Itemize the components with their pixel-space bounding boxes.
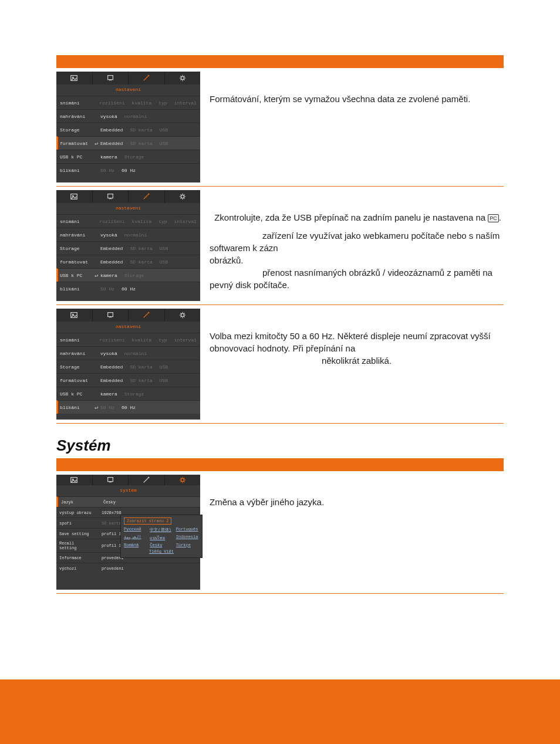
- tab-gear-icon[interactable]: [165, 190, 201, 203]
- para-1b: .: [499, 212, 501, 222]
- page: nastavení snímání rozlišeníkvalitatypint…: [0, 0, 560, 744]
- separator: [56, 305, 504, 305]
- separator: [56, 423, 504, 424]
- tab-strip: [56, 475, 200, 485]
- row-nahravani[interactable]: nahrávání vysokánormální: [56, 109, 200, 123]
- content: nastavení snímání rozlišeníkvalitatypint…: [0, 0, 560, 594]
- row-nahravani[interactable]: nahrávání vysokánormální: [56, 228, 200, 241]
- enter-icon: ↵: [92, 404, 100, 411]
- desc-usb: Zkontrolujte, zda že USB přepínač na zad…: [210, 190, 504, 291]
- tab-tools-icon[interactable]: [129, 72, 165, 84]
- separator: [56, 593, 504, 594]
- popup-title[interactable]: Zobrazit stranu 2: [124, 518, 171, 525]
- svg-point-7: [181, 195, 184, 198]
- tab-gear-icon[interactable]: [165, 309, 201, 322]
- row-format: nastavení snímání rozlišeníkvalitatypint…: [56, 72, 504, 182]
- tab-tools-icon[interactable]: [129, 475, 165, 485]
- row-blikani[interactable]: blikání↵ 50 Hz60 Hz: [56, 400, 200, 414]
- lang-option[interactable]: Türkçe: [176, 543, 199, 547]
- para-2: zařízení lze využívat jako webkameru poč…: [210, 229, 504, 254]
- lang-option[interactable]: Română: [124, 543, 147, 547]
- row-blikani[interactable]: blikání 50 Hz60 Hz: [56, 282, 200, 295]
- row-save[interactable]: Save setting profil 1profil 2 Zobrazit s…: [56, 528, 200, 539]
- lang-option[interactable]: Tiếng Việt: [149, 549, 174, 554]
- lang-option[interactable]: 中文(简体): [150, 527, 173, 533]
- orange-separator: [56, 55, 504, 68]
- menu-title: systém: [56, 485, 200, 496]
- tab-gear-icon[interactable]: [165, 475, 201, 485]
- row-storage[interactable]: Storage EmbeddedSD kartaUSB: [56, 123, 200, 136]
- tab-present-icon[interactable]: [93, 309, 129, 322]
- tab-tools-icon[interactable]: [129, 309, 165, 322]
- para-1a: Zkontrolujte, zda že USB přepínač na zad…: [214, 212, 488, 222]
- row-snimani[interactable]: snímání rozlišeníkvalitatypinterval: [56, 214, 200, 228]
- row-snimani[interactable]: snímání rozlišeníkvalitatypinterval: [56, 96, 200, 109]
- desc-blikani: Volba mezi kmitočty 50 a 60 Hz. Některé …: [210, 309, 504, 367]
- svg-rect-10: [107, 313, 113, 317]
- orange-separator: [56, 458, 504, 471]
- lang-option[interactable]: Русский: [124, 527, 147, 533]
- tab-image-icon[interactable]: [56, 475, 93, 485]
- tab-present-icon[interactable]: [93, 475, 129, 485]
- row-jazyk: systém Jazyk Česky výstup obrazu 1920x76…: [56, 475, 504, 590]
- row-usb[interactable]: USB k PC↵ kameraStorage: [56, 268, 200, 282]
- row-format[interactable]: formátovat EmbeddedSD kartaUSB: [56, 373, 200, 387]
- tab-image-icon[interactable]: [56, 72, 93, 84]
- row-usb[interactable]: USB k PC kameraStorage: [56, 150, 200, 163]
- para-2b: obrázků.: [210, 254, 504, 266]
- row-snimani[interactable]: snímání rozlišeníkvalitatypinterval: [56, 333, 200, 346]
- row-nahravani[interactable]: nahrávání vysokánormální: [56, 346, 200, 360]
- language-grid: Русский 中文(简体) Português العربية แบบไทย …: [124, 527, 199, 554]
- lang-option[interactable]: العربية: [124, 535, 147, 541]
- separator: [56, 186, 504, 187]
- row-storage[interactable]: Storage EmbeddedSD kartaUSB: [56, 241, 200, 255]
- row-storage[interactable]: Storage EmbeddedSD kartaUSB: [56, 360, 200, 373]
- tab-strip: [56, 190, 200, 203]
- row-usb[interactable]: USB k PC kameraStorage: [56, 387, 200, 400]
- enter-icon: ↵: [92, 272, 100, 279]
- language-popup: Zobrazit stranu 2 Русский 中文(简体) Portugu…: [120, 515, 203, 558]
- tab-tools-icon[interactable]: [129, 190, 165, 203]
- svg-rect-6: [107, 194, 113, 198]
- row-blikani-sel: nastavení snímání rozlišeníkvalitatypint…: [56, 309, 504, 420]
- svg-rect-2: [107, 76, 113, 80]
- lang-option[interactable]: แบบไทย: [150, 535, 173, 541]
- screenshot-usb: nastavení snímání rozlišeníkvalitatypint…: [56, 190, 200, 301]
- svg-point-3: [181, 76, 184, 79]
- row-blikani[interactable]: blikání 50 Hz60 Hz: [56, 163, 200, 177]
- row-format[interactable]: formátovat EmbeddedSD kartaUSB: [56, 255, 200, 268]
- screenshot-jazyk: systém Jazyk Česky výstup obrazu 1920x76…: [56, 475, 200, 590]
- para-3: přenost nasnímaných obrázků / videozázna…: [210, 266, 504, 291]
- svg-point-11: [181, 313, 184, 316]
- tab-image-icon[interactable]: [56, 190, 93, 203]
- svg-point-15: [181, 478, 184, 481]
- screenshot-blikani: nastavení snímání rozlišeníkvalitatypint…: [56, 309, 200, 420]
- tab-gear-icon[interactable]: [165, 72, 201, 84]
- lang-option[interactable]: Indonesia: [176, 535, 199, 541]
- tab-strip: [56, 72, 200, 84]
- desc-format: Formátování, kterým se vymažou všechna d…: [210, 72, 504, 105]
- tab-image-icon[interactable]: [56, 309, 93, 322]
- tab-present-icon[interactable]: [93, 190, 129, 203]
- pc-badge-icon: PC: [488, 214, 499, 222]
- lang-option[interactable]: Česky: [150, 543, 173, 547]
- tab-strip: [56, 309, 200, 322]
- screenshot-format: nastavení snímání rozlišeníkvalitatypint…: [56, 72, 200, 182]
- row-format[interactable]: formátovat↵ EmbeddedSD kartaUSB: [56, 136, 200, 150]
- row-jazyk[interactable]: Jazyk Česky: [56, 496, 200, 507]
- row-vychozi[interactable]: výchozí provedení: [56, 563, 200, 573]
- menu-title: nastavení: [56, 322, 200, 333]
- heading-system: Systém: [56, 437, 504, 455]
- menu-title: nastavení: [56, 203, 200, 214]
- desc-jazyk: Změna a výběr jiného jazyka.: [210, 475, 504, 508]
- footer-bar: [0, 679, 560, 744]
- svg-rect-14: [107, 478, 113, 482]
- enter-icon: ↵: [92, 140, 100, 147]
- lang-option[interactable]: Português: [176, 527, 199, 533]
- row-usb-pc: nastavení snímání rozlišeníkvalitatypint…: [56, 190, 504, 301]
- menu-title: nastavení: [56, 84, 200, 96]
- tab-present-icon[interactable]: [93, 72, 129, 84]
